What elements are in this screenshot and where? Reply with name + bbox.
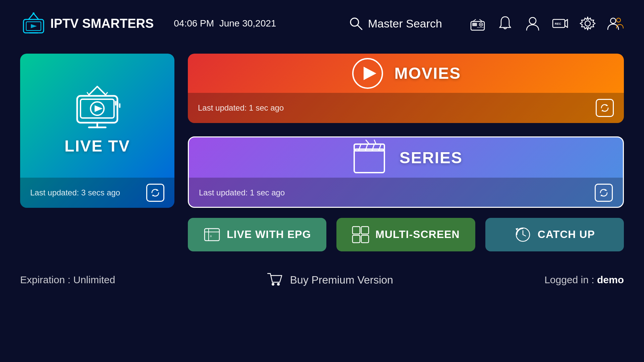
svg-rect-58: [353, 235, 360, 243]
tv-icon: [70, 83, 124, 130]
live-tv-title: LIVE TV: [64, 137, 130, 155]
datetime: 04:06 PM June 30,2021: [174, 18, 276, 29]
record-icon[interactable]: REC: [551, 15, 569, 32]
buy-premium-text: Buy Premium Version: [290, 274, 393, 286]
multiscreen-button[interactable]: MULTI-SCREEN: [336, 218, 475, 251]
svg-text:REC: REC: [555, 22, 561, 25]
bell-icon[interactable]: [496, 15, 514, 32]
series-clapperboard-icon: [349, 137, 389, 178]
movies-footer: Last updated: 1 sec ago: [188, 93, 624, 123]
live-tv-card[interactable]: LIVE TV Last updated: 3 secs ago: [20, 54, 174, 208]
series-card-inner: SERIES: [189, 137, 623, 178]
logo-icon: [20, 10, 47, 37]
movies-card-inner: MOVIES: [188, 54, 624, 93]
expiration-area: Expiration : Unlimited: [20, 274, 115, 286]
svg-point-12: [480, 24, 482, 25]
series-title: SERIES: [399, 148, 463, 167]
svg-marker-39: [364, 67, 376, 80]
svg-line-25: [87, 93, 89, 95]
catchup-label: CATCH UP: [538, 229, 595, 240]
live-epg-button[interactable]: ≡ LIVE WITH EPG: [188, 218, 326, 251]
search-bar[interactable]: Master Search: [348, 16, 442, 31]
user-icon[interactable]: [524, 15, 541, 32]
svg-text:≡: ≡: [210, 234, 212, 238]
svg-rect-52: [205, 229, 219, 241]
logged-in-area: Logged in : demo: [544, 274, 624, 286]
svg-point-2: [33, 12, 35, 14]
svg-point-21: [610, 18, 616, 23]
header: IPTV SMARTERS 04:06 PM June 30,2021 Mast…: [0, 0, 644, 47]
series-update-text: Last updated: 1 sec ago: [199, 188, 285, 197]
movies-title: MOVIES: [394, 64, 461, 82]
nav-icons: REC: [469, 15, 624, 32]
svg-rect-10: [472, 23, 477, 26]
movies-refresh-button[interactable]: [596, 99, 614, 117]
svg-rect-59: [361, 235, 369, 243]
live-epg-icon: ≡: [203, 226, 221, 243]
svg-rect-42: [354, 149, 384, 173]
movies-update-text: Last updated: 1 sec ago: [198, 103, 284, 113]
catchup-button[interactable]: CATCH UP: [485, 218, 624, 251]
svg-line-23: [89, 86, 97, 95]
svg-line-26: [106, 93, 107, 95]
svg-rect-56: [353, 227, 360, 234]
movies-play-icon: [351, 57, 384, 90]
svg-marker-37: [152, 195, 155, 196]
right-cards: MOVIES Last updated: 1 sec ago: [188, 54, 624, 208]
svg-point-22: [616, 18, 621, 22]
series-refresh-button[interactable]: [595, 184, 613, 202]
multiscreen-icon: [352, 226, 369, 243]
cards-row: LIVE TV Last updated: 3 secs ago: [20, 54, 624, 208]
settings-icon[interactable]: [579, 15, 596, 32]
live-epg-label: LIVE WITH EPG: [227, 229, 311, 240]
search-label: Master Search: [368, 17, 442, 30]
svg-marker-51: [600, 195, 603, 196]
logo-text: IPTV SMARTERS: [50, 16, 154, 31]
svg-marker-30: [95, 105, 103, 112]
live-tv-footer: Last updated: 3 secs ago: [20, 178, 174, 208]
logged-in-text: Logged in : demo: [544, 274, 624, 285]
logo: IPTV SMARTERS: [20, 10, 154, 37]
radio-icon[interactable]: [469, 15, 486, 32]
series-footer: Last updated: 1 sec ago: [189, 178, 623, 208]
svg-marker-41: [601, 110, 604, 111]
svg-rect-57: [361, 227, 369, 234]
svg-point-62: [272, 283, 274, 286]
multiscreen-label: MULTI-SCREEN: [375, 229, 460, 240]
buy-premium-button[interactable]: Buy Premium Version: [266, 272, 393, 288]
svg-line-0: [29, 13, 34, 19]
footer: Expiration : Unlimited Buy Premium Versi…: [0, 265, 644, 295]
svg-point-16: [529, 17, 536, 24]
users-icon[interactable]: [606, 15, 624, 32]
svg-marker-18: [565, 19, 568, 27]
svg-line-8: [358, 25, 362, 29]
svg-point-63: [277, 283, 280, 286]
series-card[interactable]: SERIES Last updated: 1 sec ago: [188, 136, 624, 208]
movies-card[interactable]: MOVIES Last updated: 1 sec ago: [188, 54, 624, 123]
main-content: LIVE TV Last updated: 3 secs ago: [0, 47, 644, 265]
bottom-action-row: ≡ LIVE WITH EPG MULTI-SCREEN CATCH UP: [188, 218, 624, 251]
search-icon: [348, 16, 363, 31]
svg-marker-5: [31, 24, 37, 28]
live-tv-card-inner: LIVE TV: [20, 54, 174, 178]
svg-line-1: [34, 13, 39, 19]
expiration-text: Expiration : Unlimited: [20, 274, 115, 285]
svg-line-24: [97, 86, 106, 95]
catchup-icon: [514, 226, 532, 243]
live-tv-refresh-button[interactable]: [146, 184, 164, 202]
live-tv-update-text: Last updated: 3 secs ago: [30, 188, 120, 197]
cart-icon: [266, 272, 283, 288]
svg-point-20: [585, 21, 590, 26]
